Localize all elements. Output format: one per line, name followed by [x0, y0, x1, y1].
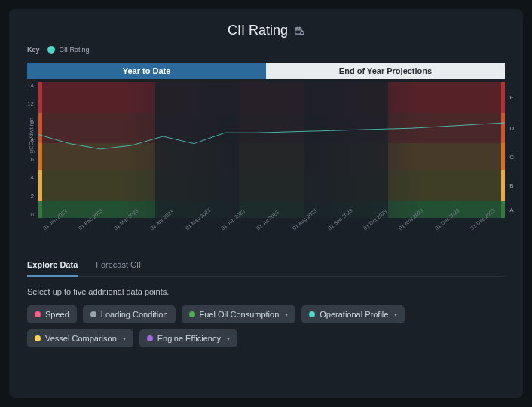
- rating-axis: E D C B A: [509, 82, 514, 218]
- y-tick: 0: [30, 211, 33, 218]
- y-tick: 2: [30, 193, 33, 200]
- y-tick: 12: [27, 100, 34, 107]
- y-tick: 6: [30, 156, 33, 163]
- dot-icon: [189, 311, 195, 317]
- calendar-locked-icon[interactable]: [294, 26, 304, 36]
- dot-icon: [147, 335, 153, 341]
- y-tick: 14: [27, 82, 34, 89]
- chip-fuel-oil-consumption[interactable]: Fuel Oil Consumption ▾: [182, 305, 296, 323]
- legend: Key CII Rating: [27, 46, 505, 54]
- x-axis: 01 Jan 2023 01 Feb 2023 01 Mar 2023 01 A…: [42, 219, 505, 242]
- chevron-down-icon: ▾: [123, 335, 126, 342]
- chip-label: Speed: [45, 310, 69, 319]
- legend-swatch-cii: [47, 46, 55, 54]
- chip-operational-profile[interactable]: Operational Profile ▾: [301, 305, 405, 323]
- rating-label: D: [509, 113, 514, 143]
- segment-end-of-year[interactable]: End of Year Projections: [266, 63, 505, 79]
- data-point-chips: Speed Loading Condition Fuel Oil Consump…: [27, 305, 505, 347]
- cii-card: CII Rating Key CII Rating Year to Date E…: [9, 9, 523, 398]
- rating-label: E: [509, 82, 514, 113]
- chip-label: Engine Efficiency: [157, 334, 221, 343]
- segmented-control: Year to Date End of Year Projections: [27, 63, 505, 79]
- y-tick: 10: [27, 119, 34, 126]
- segment-year-to-date[interactable]: Year to Date: [27, 63, 266, 79]
- chip-label: Loading Condition: [101, 310, 168, 319]
- dot-icon: [35, 335, 41, 341]
- chart: gCO₂/dwt·nm 14 12 10 8 6 4 2 0: [27, 82, 505, 218]
- y-tick: 4: [30, 174, 33, 181]
- rating-label: B: [509, 170, 514, 201]
- chevron-down-icon: ▾: [285, 311, 288, 318]
- legend-series-name: CII Rating: [60, 46, 90, 54]
- tab-explore-data[interactable]: Explore Data: [27, 254, 78, 277]
- chevron-down-icon: ▾: [227, 335, 230, 342]
- tabs: Explore Data Forecast CII: [27, 254, 505, 277]
- chip-vessel-comparison[interactable]: Vessel Comparison ▾: [27, 329, 133, 347]
- svg-rect-1: [301, 32, 304, 35]
- title-row: CII Rating: [27, 23, 505, 38]
- plot-area: [38, 82, 505, 218]
- rating-label: A: [509, 201, 514, 218]
- dot-icon: [35, 311, 41, 317]
- chip-label: Vessel Comparison: [45, 334, 117, 343]
- legend-key-label: Key: [27, 46, 40, 54]
- page-title: CII Rating: [228, 23, 288, 38]
- y-tick: 8: [30, 137, 33, 144]
- y-axis: 14 12 10 8 6 4 2 0: [27, 82, 37, 218]
- chip-label: Operational Profile: [320, 310, 388, 319]
- cii-line: [38, 82, 505, 218]
- chip-label: Fuel Oil Consumption: [200, 310, 280, 319]
- chip-loading-condition[interactable]: Loading Condition: [83, 305, 176, 323]
- selection-hint: Select up to five additional data points…: [27, 287, 505, 296]
- dot-icon: [309, 311, 315, 317]
- tab-forecast-cii[interactable]: Forecast CII: [96, 254, 141, 277]
- rating-label: C: [509, 143, 514, 170]
- chip-speed[interactable]: Speed: [27, 305, 77, 323]
- chip-engine-efficiency[interactable]: Engine Efficiency ▾: [139, 329, 237, 347]
- chevron-down-icon: ▾: [394, 311, 397, 318]
- dot-icon: [90, 311, 96, 317]
